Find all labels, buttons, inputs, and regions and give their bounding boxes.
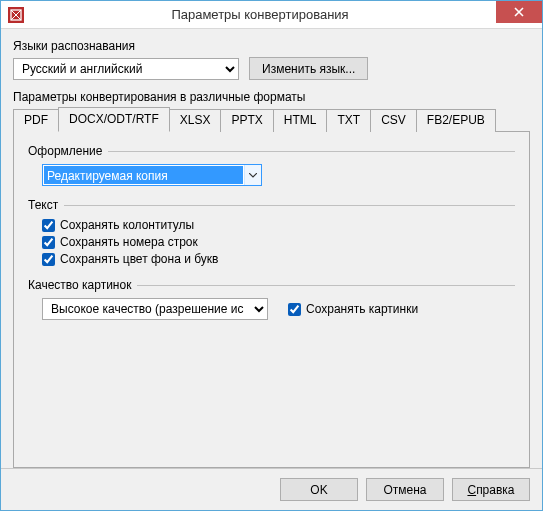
tab-csv[interactable]: CSV [370, 109, 417, 132]
divider [64, 205, 515, 206]
close-icon [514, 7, 524, 17]
ok-button[interactable]: OK [280, 478, 358, 501]
change-lang-button[interactable]: Изменить язык... [249, 57, 368, 80]
bottom-bar: OK Отмена Справка [1, 468, 542, 510]
lang-row: Русский и английский Изменить язык... [13, 57, 530, 80]
divider [108, 151, 515, 152]
app-icon [8, 7, 24, 23]
tab-xlsx[interactable]: XLSX [169, 109, 222, 132]
quality-combo[interactable]: Высокое качество (разрешение ис [42, 298, 268, 320]
tab-pdf[interactable]: PDF [13, 109, 59, 132]
keep-colors-label: Сохранять цвет фона и букв [60, 252, 218, 266]
divider [137, 285, 515, 286]
keep-headers-check[interactable]: Сохранять колонтитулы [42, 218, 515, 232]
text-legend: Текст [28, 198, 64, 212]
keep-colors-checkbox[interactable] [42, 253, 55, 266]
tabs-row: PDF DOCX/ODT/RTF XLSX PPTX HTML TXT CSV … [13, 109, 530, 132]
lang-combo[interactable]: Русский и английский [13, 58, 239, 80]
layout-combo[interactable]: Редактируемая копия [42, 164, 262, 186]
chevron-down-icon [244, 165, 261, 185]
lang-label: Языки распознавания [13, 39, 530, 53]
tab-html[interactable]: HTML [273, 109, 328, 132]
keep-headers-label: Сохранять колонтитулы [60, 218, 194, 232]
formats-label: Параметры конвертирования в различные фо… [13, 90, 530, 104]
close-button[interactable] [496, 1, 542, 23]
text-fieldset: Текст Сохранять колонтитулы Сохранять но… [28, 198, 515, 266]
keep-pictures-label: Сохранять картинки [306, 302, 418, 316]
keep-pictures-check[interactable]: Сохранять картинки [288, 302, 418, 316]
layout-legend: Оформление [28, 144, 108, 158]
window-title: Параметры конвертирования [24, 7, 496, 22]
tab-panel: Оформление Редактируемая копия Текст [13, 131, 530, 468]
tab-fb2[interactable]: FB2/EPUB [416, 109, 496, 132]
quality-legend: Качество картинок [28, 278, 137, 292]
keep-linenums-label: Сохранять номера строк [60, 235, 198, 249]
dialog-window: Параметры конвертирования Языки распозна… [0, 0, 543, 511]
help-button[interactable]: Справка [452, 478, 530, 501]
cancel-button[interactable]: Отмена [366, 478, 444, 501]
titlebar: Параметры конвертирования [1, 1, 542, 29]
tab-docx[interactable]: DOCX/ODT/RTF [58, 107, 170, 132]
tab-pptx[interactable]: PPTX [220, 109, 273, 132]
content-area: Языки распознавания Русский и английский… [1, 29, 542, 468]
keep-linenums-checkbox[interactable] [42, 236, 55, 249]
keep-headers-checkbox[interactable] [42, 219, 55, 232]
quality-fieldset: Качество картинок Высокое качество (разр… [28, 278, 515, 320]
keep-colors-check[interactable]: Сохранять цвет фона и букв [42, 252, 515, 266]
tab-txt[interactable]: TXT [326, 109, 371, 132]
layout-combo-value: Редактируемая копия [44, 166, 243, 184]
layout-fieldset: Оформление Редактируемая копия [28, 144, 515, 186]
keep-pictures-checkbox[interactable] [288, 303, 301, 316]
keep-linenums-check[interactable]: Сохранять номера строк [42, 235, 515, 249]
